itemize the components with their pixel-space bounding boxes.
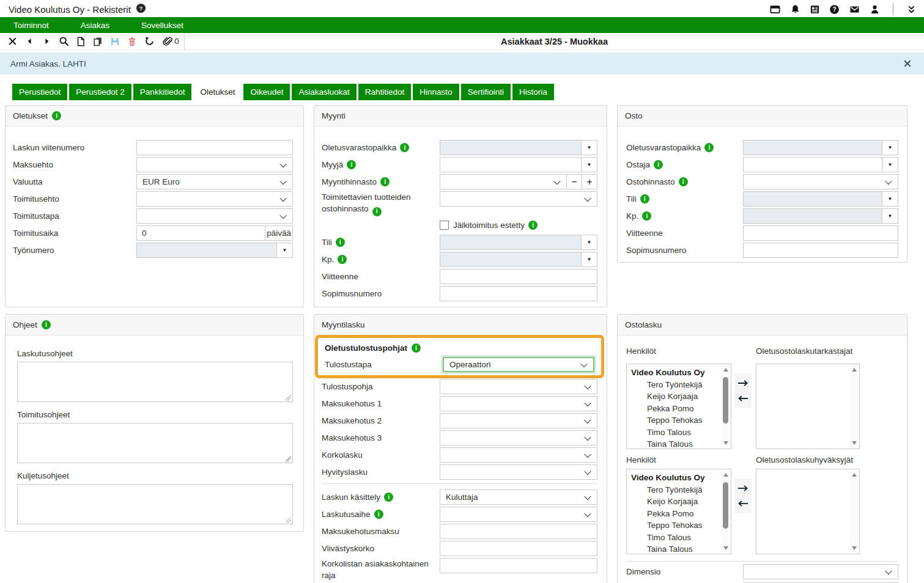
info-icon[interactable] xyxy=(380,177,390,186)
close-client-icon[interactable] xyxy=(903,59,912,68)
kp-combo[interactable] xyxy=(440,252,597,267)
toimitustapa-select[interactable] xyxy=(136,208,293,224)
toimitettavien-select[interactable] xyxy=(440,191,597,207)
dropdown-arrow-icon[interactable] xyxy=(882,157,898,172)
myyntihinnasto-select[interactable] xyxy=(440,174,567,189)
info-icon[interactable] xyxy=(679,177,688,186)
window-icon[interactable] xyxy=(769,4,781,15)
dropdown-arrow-icon[interactable] xyxy=(581,235,597,250)
search-icon[interactable] xyxy=(55,33,72,50)
collapse-chevrons-icon[interactable] xyxy=(906,4,917,15)
korkolistan-raja-input[interactable] xyxy=(440,558,597,573)
save-icon[interactable] xyxy=(106,33,124,50)
new-record-icon[interactable] xyxy=(72,33,89,50)
laskutusaihe-select[interactable] xyxy=(440,507,597,522)
undo-icon[interactable] xyxy=(141,33,158,50)
toimitusaika-input[interactable] xyxy=(136,226,265,241)
close-icon[interactable] xyxy=(4,33,21,50)
osto-tili-combo[interactable] xyxy=(743,191,898,207)
dropdown-arrow-icon[interactable] xyxy=(581,252,597,267)
osto-sopimusnumero-input[interactable] xyxy=(743,243,898,258)
attachments-icon[interactable]: 0 xyxy=(158,33,184,50)
list-item[interactable]: Timo Talous xyxy=(631,532,719,544)
info-icon[interactable] xyxy=(42,320,51,329)
info-icon[interactable] xyxy=(347,160,356,169)
scrollbar[interactable] xyxy=(849,470,859,553)
list-item[interactable]: Keijo Korjaaja xyxy=(631,391,719,403)
list-item[interactable]: Taina Talous xyxy=(631,543,719,554)
menu-toiminnot[interactable]: Toiminnot xyxy=(13,21,49,30)
scrollbar[interactable] xyxy=(849,365,859,448)
toimitusehto-select[interactable] xyxy=(136,191,293,207)
info-icon[interactable] xyxy=(336,238,345,247)
maksuehto-select[interactable] xyxy=(136,157,293,172)
henkilot-listbox[interactable]: Video Koulutus Oy Tero Työntekijä Keijo … xyxy=(626,364,731,449)
prev-record-icon[interactable] xyxy=(21,33,38,50)
menu-sovellukset[interactable]: Sovellukset xyxy=(141,21,183,30)
menu-asiakas[interactable]: Asiakas xyxy=(81,21,109,30)
scrollbar[interactable] xyxy=(721,470,730,553)
info-icon[interactable] xyxy=(528,221,538,230)
laskun-viitenumero-input[interactable] xyxy=(136,140,293,155)
list-item[interactable]: Pekka Pomo xyxy=(631,508,719,520)
info-icon[interactable] xyxy=(374,510,383,519)
dropdown-arrow-icon[interactable] xyxy=(882,208,898,224)
dropdown-arrow-icon[interactable] xyxy=(882,191,898,207)
scrollbar[interactable] xyxy=(721,365,730,448)
audit-log-icon[interactable] xyxy=(810,4,820,15)
viivastyskorko-input[interactable] xyxy=(440,541,597,556)
list-item[interactable]: Tero Työntekijä xyxy=(631,484,719,496)
tab-perustiedot[interactable]: Perustiedot xyxy=(12,84,67,100)
move-left-icon[interactable] xyxy=(737,500,749,507)
toimitusohjeet-textarea[interactable] xyxy=(17,423,293,463)
dropdown-arrow-icon[interactable] xyxy=(581,140,597,155)
remove-pricelist-button[interactable]: − xyxy=(566,174,582,189)
maksukehotus3-select[interactable] xyxy=(440,430,597,446)
user-icon[interactable] xyxy=(870,4,880,15)
dropdown-arrow-icon[interactable] xyxy=(581,157,597,172)
info-icon[interactable] xyxy=(400,143,409,152)
tab-pankkitiedot[interactable]: Pankkitiedot xyxy=(133,84,192,100)
delete-icon[interactable] xyxy=(124,33,141,50)
dropdown-arrow-icon[interactable] xyxy=(276,243,293,258)
dropdown-arrow-icon[interactable] xyxy=(882,140,898,155)
info-icon[interactable] xyxy=(52,111,61,120)
laskun-kasittely-select[interactable]: Kuluttaja xyxy=(440,490,597,505)
tab-hinnasto[interactable]: Hinnasto xyxy=(413,84,459,100)
bell-icon[interactable] xyxy=(790,4,800,15)
viitteenne-input[interactable] xyxy=(440,269,597,284)
myyja-combo[interactable] xyxy=(440,157,597,172)
tab-historia[interactable]: Historia xyxy=(512,84,554,100)
info-icon[interactable] xyxy=(412,343,421,353)
info-icon[interactable] xyxy=(654,160,663,169)
tulostuspohja-select[interactable] xyxy=(440,379,597,394)
laskutusohjeet-textarea[interactable] xyxy=(17,362,293,402)
kuljetusohjeet-textarea[interactable] xyxy=(17,484,293,524)
info-icon[interactable] xyxy=(372,207,382,216)
osto-viitteenne-input[interactable] xyxy=(743,226,898,241)
tulostustapa-select[interactable]: Operaattori xyxy=(443,357,594,372)
list-item[interactable]: Pekka Pomo xyxy=(631,403,719,415)
add-pricelist-button[interactable]: + xyxy=(582,174,597,189)
info-icon[interactable] xyxy=(384,493,393,502)
hyvityslasku-select[interactable] xyxy=(440,464,597,480)
help-icon[interactable]: ? xyxy=(829,4,840,15)
jalkitoimitus-checkbox[interactable] xyxy=(440,221,449,230)
list-item[interactable]: Timo Talous xyxy=(631,427,719,439)
info-icon[interactable] xyxy=(704,143,714,152)
korkolasku-select[interactable] xyxy=(440,447,597,463)
tili-combo[interactable] xyxy=(440,235,597,250)
list-item[interactable]: Video Koulutus Oy xyxy=(631,472,719,484)
next-record-icon[interactable] xyxy=(38,33,55,50)
osto-kp-combo[interactable] xyxy=(743,208,898,224)
list-item[interactable]: Teppo Tehokas xyxy=(631,414,719,427)
list-item[interactable]: Tero Työntekijä xyxy=(631,379,719,391)
oletusvarastopaikka-combo[interactable] xyxy=(440,140,597,155)
help-badge-icon[interactable]: ? xyxy=(136,3,146,15)
copy-icon[interactable] xyxy=(89,33,106,50)
osto-oletusvarastopaikka-combo[interactable] xyxy=(743,140,898,155)
ostaja-combo[interactable] xyxy=(743,157,898,172)
tab-oletukset[interactable]: Oletukset xyxy=(193,84,242,100)
dimensio-select[interactable] xyxy=(743,564,898,579)
tab-perustiedot-2[interactable]: Perustiedot 2 xyxy=(69,84,131,100)
